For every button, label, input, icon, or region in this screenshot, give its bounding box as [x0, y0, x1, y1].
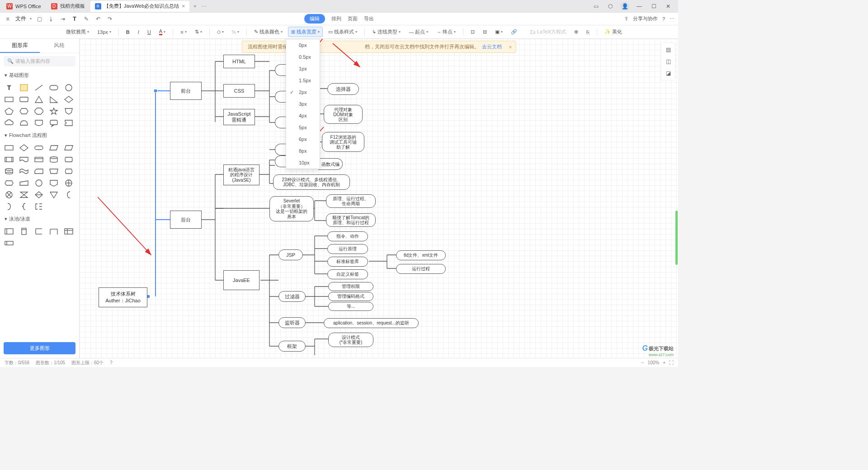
share-button[interactable]: 分享与协作 — [633, 15, 658, 22]
connection-type-button[interactable]: ↳ 连线类型▾ — [369, 27, 403, 37]
node-servlet-a[interactable]: 原理、运行过程、 生命周期 — [326, 194, 376, 208]
page-icon[interactable]: ▤ — [663, 45, 673, 55]
ungroup-icon[interactable]: ⊟ — [480, 28, 490, 36]
node-filter[interactable]: 过滤器 — [278, 291, 306, 302]
connector-shape[interactable] — [33, 179, 44, 188]
maximize-button[interactable]: ☐ — [649, 2, 658, 11]
vertical-scrollbar[interactable] — [675, 39, 678, 358]
node-filter-a[interactable]: 管理权限 — [328, 282, 373, 291]
node-fx[interactable]: 函数式编 — [318, 158, 343, 170]
node-servlet-b[interactable]: 顺便了解Tomcat的 原理、和运行过程 — [326, 213, 376, 227]
download-icon[interactable]: ⭳ — [47, 15, 55, 23]
line-width-option[interactable]: 1.5px — [286, 75, 320, 86]
multidoc-shape[interactable] — [33, 155, 44, 164]
add-tab-button[interactable]: + — [190, 3, 199, 9]
terminator-shape[interactable] — [33, 143, 44, 152]
opacity-button[interactable]: %▾ — [229, 28, 242, 36]
lane-v-shape[interactable] — [48, 227, 59, 236]
panel-icon[interactable]: ▭ — [591, 2, 600, 11]
node-js[interactable]: JavaScript 需精通 — [223, 109, 255, 125]
line-width-option[interactable]: 6px — [286, 133, 320, 145]
node-stub-2[interactable] — [275, 91, 287, 103]
database-shape[interactable] — [48, 155, 59, 164]
line-shape[interactable] — [33, 83, 44, 92]
undo-icon[interactable]: ↶ — [94, 15, 102, 23]
chart-icon[interactable]: ◪ — [663, 68, 673, 78]
latex-button[interactable]: Σx LaTeX方程式 — [527, 27, 569, 37]
lane-h-shape[interactable] — [33, 227, 44, 236]
pool-h-shape[interactable] — [4, 227, 14, 236]
cube-icon[interactable]: ⬡ — [606, 2, 615, 11]
collate-shape[interactable] — [19, 190, 29, 199]
node-css[interactable]: CSS — [223, 84, 255, 98]
close-button[interactable]: ✕ — [664, 2, 673, 11]
more-icon[interactable]: ⋯ — [670, 16, 675, 22]
start-point-button[interactable]: — 起点▾ — [406, 27, 431, 37]
close-icon[interactable]: × — [182, 3, 185, 9]
node-patterns[interactable]: 23种设计模式、多线程通信、 JDBC、垃圾回收、内存机制 — [273, 174, 350, 190]
node-listener[interactable]: 监听器 — [278, 317, 306, 328]
lock-icon[interactable]: ⊕ — [571, 28, 581, 36]
align-button[interactable]: ≡▾ — [178, 28, 189, 36]
bracket-left-shape[interactable] — [63, 190, 74, 199]
data-shape[interactable] — [48, 143, 59, 152]
tab-current-doc[interactable]: ≡ 【免费】JavaWeb必会知识点总结 × — [90, 1, 190, 12]
node-jsp-a[interactable]: 指令、动作 — [327, 231, 368, 241]
new-icon[interactable]: ▢ — [35, 15, 43, 23]
section-flowchart[interactable]: ▾ Flowchart 流程图 — [0, 129, 79, 141]
node-javase[interactable]: 精通java语言 的程序设计 (JavaSE) — [223, 164, 259, 185]
cloud-shape[interactable] — [4, 118, 14, 127]
rounded-rect-shape[interactable] — [48, 83, 59, 92]
sidebar-tab-style[interactable]: 风格 — [40, 39, 80, 53]
arrange-menu[interactable]: 排列 — [331, 15, 341, 22]
node-stub-1[interactable] — [275, 64, 287, 76]
node-javaee[interactable]: JavaEE — [223, 270, 259, 290]
tape-shape[interactable] — [19, 167, 29, 176]
line-color-button[interactable]: ✎ 线条颜色▾ — [251, 27, 285, 37]
font-select[interactable]: 微软雅黑▾ — [63, 27, 92, 37]
shield-shape[interactable] — [63, 107, 74, 116]
or-shape[interactable] — [63, 179, 74, 188]
node-jsp-c[interactable]: 标准标签库 — [327, 257, 368, 267]
tab-wps[interactable]: W WPS Office — [2, 1, 46, 12]
trapezoid-shape[interactable] — [19, 118, 29, 127]
pen-icon[interactable]: ✎ — [82, 15, 90, 23]
line-width-option[interactable]: 4px — [286, 110, 320, 122]
line-width-option[interactable]: 1px — [286, 63, 320, 75]
avatar-icon[interactable]: 👤 — [620, 2, 629, 11]
sidebar-tab-shapes[interactable]: 图形库 — [0, 39, 40, 53]
help-icon[interactable]: ? — [662, 16, 665, 22]
table-shape[interactable] — [63, 227, 74, 236]
preparation-shape[interactable] — [4, 179, 14, 188]
node-proxy[interactable]: 代理对象 DOM对象 区别 — [324, 105, 363, 124]
manual-input-shape[interactable] — [19, 179, 29, 188]
rect-shape[interactable] — [4, 95, 14, 104]
node-jsp-d[interactable]: 自定义标签 — [327, 269, 368, 279]
spacing-button[interactable]: ⇅▾ — [192, 28, 205, 36]
brace-left-shape[interactable] — [19, 202, 29, 211]
node-listener-a[interactable]: aplication、session、request...的监听 — [324, 318, 419, 328]
brace-shape[interactable] — [63, 118, 74, 127]
storage-shape[interactable] — [63, 155, 74, 164]
canvas[interactable]: 流程图使用时需保持联网，内容 xxxxxxxxxxxxxxxxx 档，关闭后可在… — [80, 39, 678, 358]
circle-shape[interactable] — [63, 83, 74, 92]
sum-shape[interactable] — [4, 190, 14, 199]
node-selector[interactable]: 选择器 — [327, 83, 359, 95]
line-width-option[interactable]: 3px — [286, 98, 320, 110]
node-filter-b[interactable]: 管理编码格式 — [328, 292, 373, 301]
italic-button[interactable]: I — [135, 28, 142, 36]
minimize-button[interactable]: — — [635, 2, 644, 11]
line-width-option[interactable]: 0.5px — [286, 51, 320, 63]
shape-search-input[interactable]: 🔍 请输入搜索内容 — [4, 56, 75, 66]
file-menu[interactable]: 文件 — [15, 15, 26, 23]
diamond-shape[interactable] — [63, 95, 74, 104]
text-shape[interactable]: T — [4, 83, 14, 92]
export-icon[interactable]: ⇥ — [59, 15, 67, 23]
single-lane-shape[interactable] — [4, 239, 14, 248]
help-icon[interactable]: ? — [110, 360, 113, 365]
font-size-select[interactable]: 13px▾ — [94, 28, 114, 36]
zoom-out-button[interactable]: − — [642, 360, 644, 365]
line-width-button[interactable]: ⊞ 线条宽度▾ — [288, 27, 323, 37]
node-tld[interactable]: tld文件、xml文件 — [396, 250, 446, 260]
node-jsp[interactable]: JSP — [278, 249, 303, 260]
